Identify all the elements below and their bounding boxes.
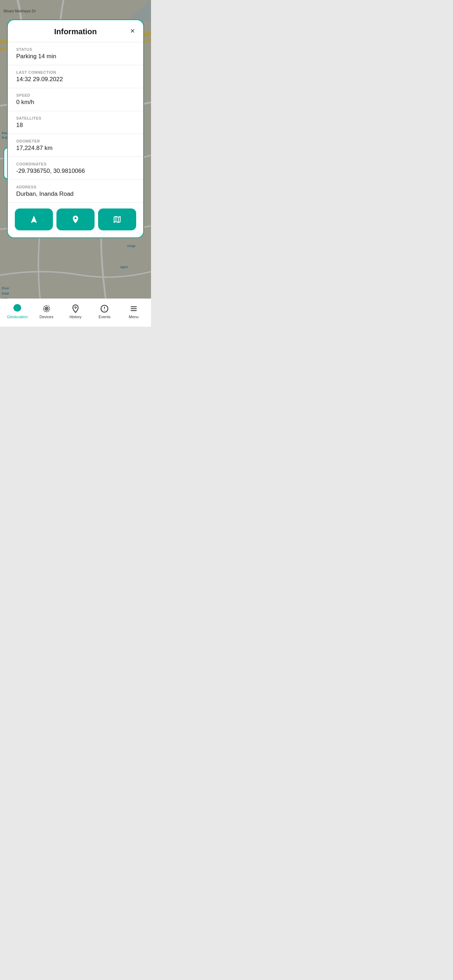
svg-point-21 <box>75 217 76 219</box>
info-row-last-connection: LAST CONNECTION 14:32 29.09.2022 <box>8 65 143 88</box>
info-label: ADDRESS <box>16 185 135 189</box>
svg-rect-31 <box>130 306 137 307</box>
modal-header: Information × <box>8 20 143 42</box>
info-value: 17,224.87 km <box>16 145 135 152</box>
information-modal: Information × STATUS Parking 14 min LAST… <box>7 19 144 238</box>
info-row-coordinates: COORDINATES -29.7936750, 30.9810066 <box>8 157 143 180</box>
info-label: LAST CONNECTION <box>16 70 135 75</box>
info-value: 0 km/h <box>16 99 135 106</box>
info-row-status: STATUS Parking 14 min <box>8 42 143 65</box>
svg-point-27 <box>75 307 76 308</box>
svg-point-30 <box>104 310 105 310</box>
nav-label-history: History <box>70 315 81 319</box>
info-value: Parking 14 min <box>16 53 135 60</box>
svg-point-26 <box>46 308 47 309</box>
map-button[interactable] <box>98 208 136 231</box>
info-value: Durban, Inanda Road <box>16 191 135 197</box>
info-value: 18 <box>16 122 135 129</box>
nav-item-events[interactable]: Events <box>90 304 119 319</box>
navigate-button[interactable] <box>15 208 53 231</box>
info-row-satellites: SATELLITES 18 <box>8 111 143 134</box>
info-value: 14:32 29.09.2022 <box>16 76 135 83</box>
modal-footer <box>8 203 143 237</box>
nav-label-devices: Devices <box>40 315 53 319</box>
info-row-speed: SPEED 0 km/h <box>8 88 143 111</box>
nav-label-geolocation: Geolocation <box>7 315 28 319</box>
nav-label-events: Events <box>99 315 111 319</box>
info-row-odometer: ODOMETER 17,224.87 km <box>8 134 143 157</box>
nav-item-geolocation[interactable]: Geolocation <box>3 304 32 319</box>
info-list: STATUS Parking 14 min LAST CONNECTION 14… <box>8 42 143 203</box>
close-button[interactable]: × <box>129 26 136 37</box>
svg-rect-33 <box>130 310 137 311</box>
info-label: SPEED <box>16 93 135 97</box>
nav-item-history[interactable]: History <box>61 304 90 319</box>
nav-label-menu: Menu <box>129 315 139 319</box>
svg-rect-32 <box>130 308 137 309</box>
location-button[interactable] <box>56 208 95 231</box>
info-row-address: ADDRESS Durban, Inanda Road <box>8 180 143 203</box>
nav-item-devices[interactable]: Devices <box>32 304 61 319</box>
nav-item-menu[interactable]: Menu <box>119 304 148 319</box>
info-label: ODOMETER <box>16 139 135 143</box>
info-value: -29.7936750, 30.9810066 <box>16 167 135 175</box>
info-label: SATELLITES <box>16 116 135 120</box>
info-label: COORDINATES <box>16 162 135 166</box>
modal-title: Information <box>54 27 97 37</box>
info-label: STATUS <box>16 47 135 51</box>
bottom-nav: Geolocation Devices History Events Menu <box>0 298 151 327</box>
